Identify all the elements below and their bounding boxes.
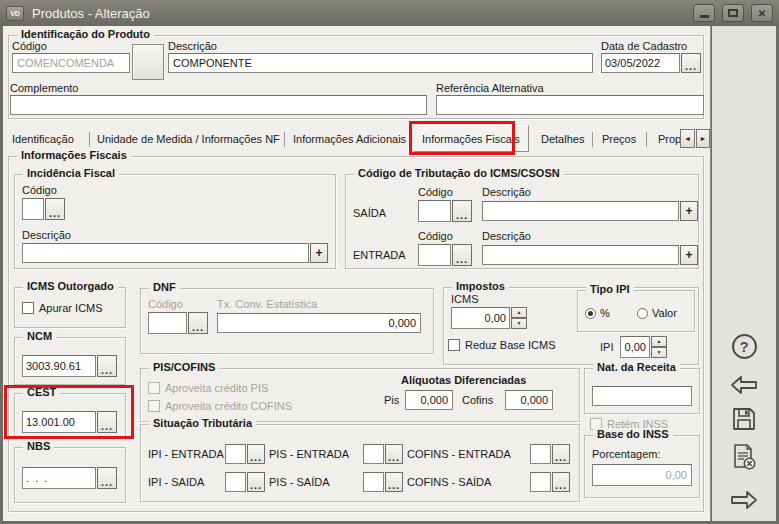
data-cadastro-browse-button[interactable]: ...	[681, 53, 701, 73]
ipi-saida-input[interactable]	[225, 472, 246, 492]
nbs-input[interactable]: . . .	[22, 467, 96, 489]
tab-informacoes-fiscais[interactable]: Informações Fiscais	[413, 125, 529, 152]
incidencia-codigo-browse-button[interactable]: ...	[45, 198, 65, 220]
nbs-browse-button[interactable]: ...	[97, 467, 117, 489]
cancel-button[interactable]	[730, 443, 758, 471]
saida-codigo-input[interactable]	[418, 200, 451, 222]
ipi-entrada-browse-button[interactable]: ...	[247, 444, 265, 464]
apurar-icms-checkbox[interactable]: Apurar ICMS	[22, 302, 103, 314]
cofins-saida-input[interactable]	[530, 472, 551, 492]
cofins-entrada-field: ...	[530, 444, 570, 464]
aproveita-credito-pis-checkbox[interactable]: Aproveita crédito PIS	[148, 382, 268, 394]
tab-separator	[89, 132, 90, 147]
cest-legend: CEST	[23, 386, 60, 398]
tab-precos[interactable]: Preços	[598, 128, 640, 150]
descricao-input[interactable]: COMPONENTE	[168, 53, 593, 73]
codigo-label: Código	[12, 40, 47, 52]
cofins-entrada-browse-button[interactable]: ...	[552, 444, 570, 464]
saida-codigo-browse-button[interactable]: ...	[452, 200, 472, 222]
spin-down-icon[interactable]: ▼	[511, 318, 527, 329]
incidencia-codigo-input[interactable]	[22, 198, 44, 220]
incidencia-descricao-input[interactable]	[22, 243, 309, 263]
tab-scroll-left-button[interactable]: ◄	[680, 129, 695, 148]
maximize-button[interactable]	[722, 4, 744, 22]
tab-detalhes[interactable]: Detalhes	[537, 128, 588, 150]
minimize-button[interactable]	[693, 4, 715, 22]
entrada-codigo-field: ...	[418, 244, 472, 266]
entrada-descricao-input[interactable]	[482, 245, 679, 265]
checkbox-icon	[148, 382, 160, 394]
porcentagem-input[interactable]: 0,00	[592, 464, 692, 486]
save-button[interactable]	[730, 405, 758, 433]
saida-descricao-input[interactable]	[482, 201, 679, 221]
pis-saida-input[interactable]	[363, 472, 384, 492]
tipo-ipi-percent-radio[interactable]: %	[585, 307, 610, 319]
cofins-aliquota-input[interactable]: 0,000	[505, 390, 553, 410]
entrada-descricao-field: +	[482, 245, 698, 265]
informacoes-fiscais-legend: Informações Fiscais	[17, 149, 131, 161]
help-icon: ?	[732, 334, 757, 359]
spin-up-icon[interactable]: ▲	[651, 336, 667, 347]
impostos-legend: Impostos	[452, 280, 509, 292]
referencia-alternativa-input[interactable]	[436, 95, 704, 115]
ncm-input[interactable]: 3003.90.61	[22, 355, 96, 377]
tab-propriedades[interactable]: Prop	[654, 128, 680, 150]
tab-unidade-medida[interactable]: Unidade de Medida / Informações NF	[93, 128, 284, 150]
incidencia-descricao-add-button[interactable]: +	[310, 243, 328, 263]
spin-down-icon[interactable]: ▼	[651, 347, 667, 358]
help-glyph: ?	[739, 338, 748, 355]
reduz-base-icms-checkbox[interactable]: Reduz Base ICMS	[448, 339, 555, 351]
tx-conv-label: Tx. Conv. Estatística	[217, 298, 317, 310]
pis-entrada-browse-button[interactable]: ...	[385, 444, 403, 464]
entrada-codigo-browse-button[interactable]: ...	[452, 244, 472, 266]
dnf-codigo-browse-button[interactable]: ...	[188, 312, 208, 334]
back-button[interactable]	[730, 371, 758, 399]
pis-entrada-label: PIS - ENTRADA	[269, 448, 349, 460]
aproveita-credito-pis-label: Aproveita crédito PIS	[165, 382, 268, 394]
pis-saida-browse-button[interactable]: ...	[385, 472, 403, 492]
tab-scroll-right-button[interactable]: ►	[696, 129, 710, 148]
main-panel: Identificação do Produto Código COMENCOM…	[3, 26, 711, 521]
codigo-input[interactable]: COMENCOMENDA	[12, 53, 130, 73]
tx-conv-input[interactable]: 0,000	[217, 313, 421, 333]
ipi-saida-browse-button[interactable]: ...	[247, 472, 265, 492]
close-button[interactable]: ✕	[751, 4, 773, 22]
cofins-entrada-input[interactable]	[530, 444, 551, 464]
ncm-field: 3003.90.61 ...	[22, 355, 117, 377]
ncm-browse-button[interactable]: ...	[97, 355, 117, 377]
aproveita-credito-cofins-checkbox[interactable]: Aproveita crédito COFINS	[148, 400, 292, 412]
entrada-descricao-add-button[interactable]: +	[680, 245, 698, 265]
data-cadastro-field: 03/05/2022 ...	[601, 53, 701, 73]
tipo-ipi-valor-radio[interactable]: Valor	[637, 307, 677, 319]
dnf-codigo-input[interactable]	[148, 312, 187, 334]
pis-entrada-input[interactable]	[363, 444, 384, 464]
arrow-left-icon: ◄	[684, 135, 691, 142]
saida-descricao-add-button[interactable]: +	[680, 201, 698, 221]
ipi-input[interactable]: 0,00	[620, 336, 650, 358]
forward-button[interactable]	[730, 486, 758, 514]
apurar-icms-label: Apurar ICMS	[39, 302, 103, 314]
help-button[interactable]: ?	[730, 332, 758, 360]
ncm-legend: NCM	[23, 330, 56, 342]
close-icon: ✕	[758, 8, 766, 19]
tab-identificacao[interactable]: Identificação	[8, 128, 78, 150]
dnf-legend: DNF	[149, 281, 180, 293]
ipi-entrada-input[interactable]	[225, 444, 246, 464]
spin-up-icon[interactable]: ▲	[511, 307, 527, 318]
cest-browse-button[interactable]: ...	[97, 411, 117, 433]
complemento-input[interactable]	[10, 95, 427, 115]
cofins-aliquota-label: Cofins	[462, 394, 493, 406]
saida-label: SAÍDA	[353, 207, 386, 219]
entrada-codigo-input[interactable]	[418, 244, 451, 266]
nat-receita-input[interactable]	[592, 386, 692, 406]
cofins-saida-browse-button[interactable]: ...	[552, 472, 570, 492]
tab-informacoes-adicionais[interactable]: Informações Adicionais	[289, 128, 410, 150]
icms-input[interactable]: 0,00	[451, 307, 510, 329]
data-cadastro-input[interactable]: 03/05/2022	[601, 53, 680, 73]
cest-input[interactable]: 13.001.00	[22, 411, 96, 433]
icms-label: ICMS	[451, 293, 479, 305]
dnf-codigo-field: ...	[148, 312, 208, 334]
pis-entrada-field: ...	[363, 444, 403, 464]
produto-imagem-button[interactable]	[132, 44, 164, 80]
pis-aliquota-input[interactable]: 0,000	[405, 390, 453, 410]
